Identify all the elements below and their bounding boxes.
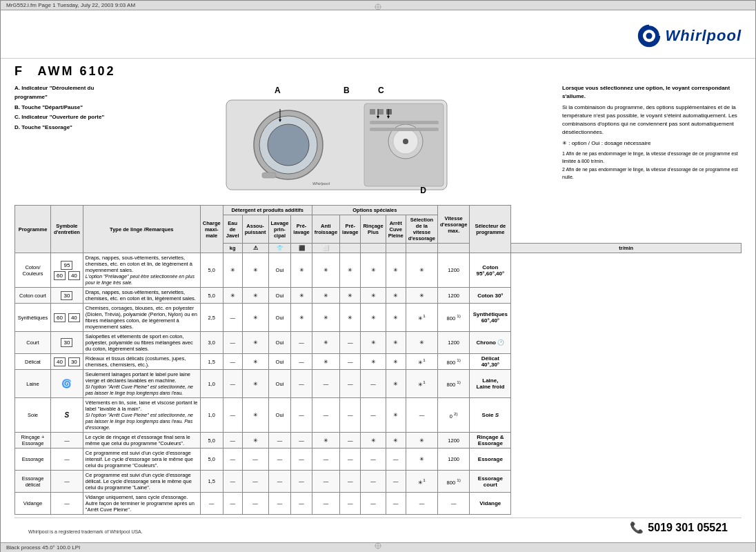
- cell-prelav2: ✳: [340, 253, 361, 288]
- cell-eau-javel: —: [223, 332, 242, 354]
- cell-lavage: —: [268, 471, 291, 493]
- cell-vitesse: 800 1): [438, 354, 470, 370]
- cell-rincage: —: [361, 471, 386, 493]
- svg-rect-22: [370, 128, 439, 131]
- col-eau-javel: Eau de Javel: [223, 215, 242, 244]
- cell-anti: —: [312, 398, 339, 433]
- cell-rincage: —: [361, 493, 386, 515]
- cell-selecteur: Chrono 🕐: [470, 332, 511, 354]
- cell-lavage: —: [268, 433, 291, 448]
- cell-symbole: 30: [51, 288, 83, 304]
- cell-symbole: S: [51, 398, 83, 433]
- cell-sel: —: [406, 398, 437, 433]
- col-type-linge: Type de linge /Remarques: [83, 206, 200, 253]
- cell-prelav2: —: [340, 370, 361, 398]
- cell-prelav: ✳: [291, 253, 312, 288]
- table-header-row1: Programme Symboled'entretien Type de lin…: [15, 206, 742, 215]
- table-row: Rinçage + Essorage — Le cycle de rinçage…: [15, 433, 742, 448]
- col-symbole: Symboled'entretien: [51, 206, 83, 253]
- cell-rincage: ✳: [361, 253, 386, 288]
- cell-arret: —: [386, 471, 406, 493]
- table-row: Synthétiques 6040 Chemises, corsages, bl…: [15, 304, 742, 332]
- diagram-label-c: C: [378, 86, 384, 95]
- cell-lavage: Oui: [268, 398, 291, 433]
- cell-eau-javel: —: [223, 398, 242, 433]
- footer-code: 📞 5019 301 05521: [630, 521, 728, 534]
- cell-assou: —: [242, 448, 268, 471]
- svg-point-8: [646, 32, 652, 39]
- cell-selecteur: Soie S: [470, 398, 511, 433]
- cell-prelav: —: [291, 448, 312, 471]
- cell-type: Chemises, corsages, blouses, etc. en pol…: [83, 304, 200, 332]
- cell-rincage: ✳: [361, 304, 386, 332]
- col-selection-vitesse: Sélection de la vitesse d'essorage: [406, 215, 437, 244]
- cell-symbole: 6040: [51, 304, 83, 332]
- cell-lavage: —: [268, 493, 291, 515]
- cell-charge: 2,5: [200, 304, 223, 332]
- cell-prelav: —: [291, 332, 312, 354]
- cell-lavage: Oui: [268, 253, 291, 288]
- cell-eau-javel: ✳: [223, 253, 242, 288]
- cell-sel: ✳1: [406, 354, 437, 370]
- cell-type: Rideaux et tissus délicats (costumes, ju…: [83, 354, 200, 370]
- cell-vitesse: 1200: [438, 433, 470, 448]
- cell-charge: 5,0: [200, 448, 223, 471]
- cell-programme: Essorage délicat: [15, 471, 51, 493]
- cell-vitesse: 0 2): [438, 398, 470, 433]
- cell-rincage: ✳: [361, 332, 386, 354]
- cell-sel: ✳: [406, 448, 437, 471]
- svg-rect-20: [386, 109, 392, 115]
- cell-symbole: 95 6040: [51, 253, 83, 288]
- col-options-group: Options spéciales: [312, 206, 437, 215]
- cell-rincage: ✳: [361, 288, 386, 304]
- col-prelav-icon: ⬜: [312, 244, 339, 253]
- cell-prelav2: —: [340, 471, 361, 493]
- cell-lavage: Oui: [268, 370, 291, 398]
- svg-rect-14: [262, 172, 276, 178]
- cell-lavage: Oui: [268, 304, 291, 332]
- cell-selecteur: Essorage: [470, 448, 511, 471]
- cell-type: Vêtements en lin, soie, laine et viscose…: [83, 398, 200, 433]
- product-code: 5019 301 05521: [648, 522, 728, 534]
- cell-symbole: 30: [51, 332, 83, 354]
- cell-programme: Coton/Couleurs: [15, 253, 51, 288]
- diagram-area: A B C D: [118, 84, 555, 198]
- col-lavage: Lavage prin-cipal: [268, 215, 291, 244]
- left-info: A. Indicateur "Déroulement du programme"…: [14, 84, 111, 198]
- svg-point-17: [403, 139, 408, 144]
- cell-sel: ✳: [406, 288, 437, 304]
- svg-point-13: [268, 124, 309, 166]
- cell-prelav: —: [291, 433, 312, 448]
- svg-rect-19: [378, 109, 384, 115]
- cell-selecteur: Coton95°,60°,40°: [470, 253, 511, 288]
- cell-sel: —: [406, 493, 437, 515]
- cell-charge: 1,0: [200, 370, 223, 398]
- cell-selecteur: Rinçage &Essorage: [470, 433, 511, 448]
- cell-sel: ✳: [406, 433, 437, 448]
- trademark-text: Whirlpool is a registered trademark of W…: [28, 529, 143, 534]
- col-programme: Programme: [15, 206, 51, 253]
- table-row: Coton court 30 Draps, nappes, sous-vêtem…: [15, 288, 742, 304]
- cell-eau-javel: —: [223, 448, 242, 471]
- cell-prelav: ✳: [291, 304, 312, 332]
- col-sel-icon: [438, 244, 470, 253]
- cell-programme: Rinçage + Essorage: [15, 433, 51, 448]
- cell-vitesse: 800 1): [438, 471, 470, 493]
- cell-charge: 5,0: [200, 433, 223, 448]
- cell-programme: Synthétiques: [15, 304, 51, 332]
- desc-line1: Lorsque vous sélectionnez une option, le…: [562, 84, 742, 101]
- cell-charge: 3,0: [200, 332, 223, 354]
- header: Whirlpool: [1, 10, 755, 59]
- cell-arret: ✳: [386, 332, 406, 354]
- col-charge: Charge maxi-male: [200, 206, 223, 253]
- cell-charge: 1,5: [200, 471, 223, 493]
- cell-assou: ✳: [242, 370, 268, 398]
- phone-icon: 📞: [630, 521, 644, 534]
- cell-assou: ✳: [242, 398, 268, 433]
- table-row: Laine 🌀 Seulement lainages portant le la…: [15, 370, 742, 398]
- cell-prelav2: —: [340, 433, 361, 448]
- whirlpool-logo: Whirlpool: [637, 23, 742, 48]
- cell-charge: 1,5: [200, 354, 223, 370]
- cell-sel: ✳: [406, 253, 437, 288]
- cell-charge: —: [200, 493, 223, 515]
